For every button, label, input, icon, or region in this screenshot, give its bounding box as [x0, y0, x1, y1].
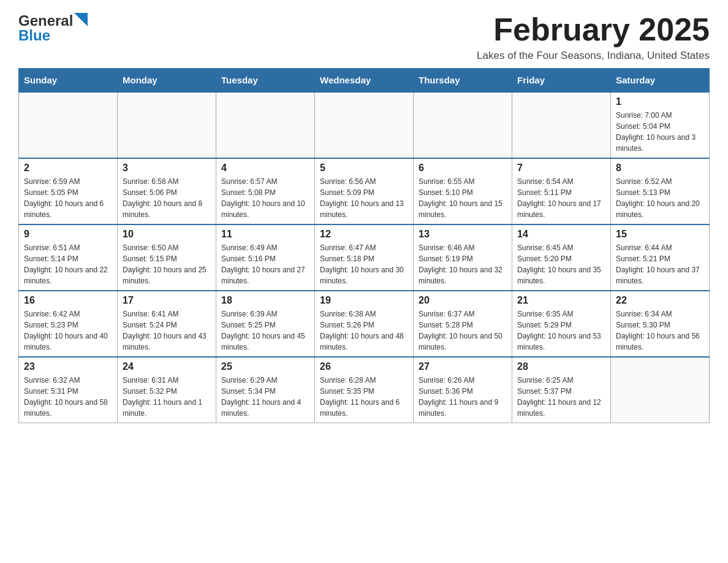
day-info: Sunrise: 6:56 AM Sunset: 5:09 PM Dayligh… [320, 176, 408, 220]
calendar-cell: 13Sunrise: 6:46 AM Sunset: 5:19 PM Dayli… [414, 224, 512, 291]
day-of-week-wednesday: Wednesday [315, 69, 414, 93]
day-info: Sunrise: 6:47 AM Sunset: 5:18 PM Dayligh… [320, 242, 408, 286]
day-info: Sunrise: 6:35 AM Sunset: 5:29 PM Dayligh… [517, 308, 605, 353]
calendar-cell: 11Sunrise: 6:49 AM Sunset: 5:16 PM Dayli… [216, 224, 315, 291]
calendar-cell: 14Sunrise: 6:45 AM Sunset: 5:20 PM Dayli… [512, 224, 611, 291]
day-info: Sunrise: 7:00 AM Sunset: 5:04 PM Dayligh… [616, 110, 704, 154]
day-number: 9 [24, 229, 112, 240]
day-number: 10 [123, 229, 211, 240]
calendar-cell: 24Sunrise: 6:31 AM Sunset: 5:32 PM Dayli… [118, 357, 216, 423]
day-info: Sunrise: 6:26 AM Sunset: 5:36 PM Dayligh… [419, 375, 507, 419]
day-number: 12 [320, 229, 408, 240]
calendar-cell: 21Sunrise: 6:35 AM Sunset: 5:29 PM Dayli… [512, 291, 611, 357]
day-info: Sunrise: 6:29 AM Sunset: 5:34 PM Dayligh… [221, 375, 309, 419]
calendar-cell: 26Sunrise: 6:28 AM Sunset: 5:35 PM Dayli… [315, 357, 414, 423]
calendar-cell: 9Sunrise: 6:51 AM Sunset: 5:14 PM Daylig… [19, 224, 118, 291]
calendar-cell [414, 92, 512, 158]
week-row-1: 1Sunrise: 7:00 AM Sunset: 5:04 PM Daylig… [19, 92, 710, 158]
calendar-cell: 28Sunrise: 6:25 AM Sunset: 5:37 PM Dayli… [512, 357, 611, 423]
day-info: Sunrise: 6:32 AM Sunset: 5:31 PM Dayligh… [24, 375, 112, 419]
day-number: 8 [616, 163, 704, 174]
calendar-table: SundayMondayTuesdayWednesdayThursdayFrid… [18, 68, 710, 423]
week-row-5: 23Sunrise: 6:32 AM Sunset: 5:31 PM Dayli… [19, 357, 710, 423]
day-info: Sunrise: 6:55 AM Sunset: 5:10 PM Dayligh… [419, 176, 507, 220]
location-subtitle: Lakes of the Four Seasons, Indiana, Unit… [477, 50, 710, 62]
day-number: 7 [517, 163, 605, 174]
calendar-cell: 6Sunrise: 6:55 AM Sunset: 5:10 PM Daylig… [414, 158, 512, 224]
day-number: 17 [123, 295, 211, 306]
day-info: Sunrise: 6:38 AM Sunset: 5:26 PM Dayligh… [320, 308, 408, 353]
logo-blue: Blue [18, 27, 50, 44]
day-number: 23 [24, 361, 112, 372]
calendar-cell: 22Sunrise: 6:34 AM Sunset: 5:30 PM Dayli… [611, 291, 710, 357]
calendar-cell [611, 357, 710, 423]
day-info: Sunrise: 6:49 AM Sunset: 5:16 PM Dayligh… [221, 242, 309, 286]
calendar-cell [216, 92, 315, 158]
day-info: Sunrise: 6:59 AM Sunset: 5:05 PM Dayligh… [24, 176, 112, 220]
day-number: 3 [123, 163, 211, 174]
logo: General Blue [18, 12, 88, 44]
day-info: Sunrise: 6:41 AM Sunset: 5:24 PM Dayligh… [123, 308, 211, 353]
calendar-cell: 17Sunrise: 6:41 AM Sunset: 5:24 PM Dayli… [118, 291, 216, 357]
day-number: 19 [320, 295, 408, 306]
day-info: Sunrise: 6:54 AM Sunset: 5:11 PM Dayligh… [517, 176, 605, 220]
day-number: 24 [123, 361, 211, 372]
calendar-cell [118, 92, 216, 158]
calendar-cell: 7Sunrise: 6:54 AM Sunset: 5:11 PM Daylig… [512, 158, 611, 224]
calendar-cell: 4Sunrise: 6:57 AM Sunset: 5:08 PM Daylig… [216, 158, 315, 224]
calendar-cell: 18Sunrise: 6:39 AM Sunset: 5:25 PM Dayli… [216, 291, 315, 357]
day-number: 13 [419, 229, 507, 240]
day-info: Sunrise: 6:25 AM Sunset: 5:37 PM Dayligh… [517, 375, 605, 419]
svg-marker-0 [74, 13, 88, 26]
day-number: 14 [517, 229, 605, 240]
day-number: 6 [419, 163, 507, 174]
day-info: Sunrise: 6:50 AM Sunset: 5:15 PM Dayligh… [123, 242, 211, 286]
day-info: Sunrise: 6:44 AM Sunset: 5:21 PM Dayligh… [616, 242, 704, 286]
day-of-week-saturday: Saturday [611, 69, 710, 93]
day-number: 20 [419, 295, 507, 306]
week-row-3: 9Sunrise: 6:51 AM Sunset: 5:14 PM Daylig… [19, 224, 710, 291]
day-info: Sunrise: 6:46 AM Sunset: 5:19 PM Dayligh… [419, 242, 507, 286]
day-number: 11 [221, 229, 309, 240]
day-number: 21 [517, 295, 605, 306]
calendar-cell: 27Sunrise: 6:26 AM Sunset: 5:36 PM Dayli… [414, 357, 512, 423]
calendar-cell: 1Sunrise: 7:00 AM Sunset: 5:04 PM Daylig… [611, 92, 710, 158]
calendar-cell [315, 92, 414, 158]
day-info: Sunrise: 6:39 AM Sunset: 5:25 PM Dayligh… [221, 308, 309, 353]
calendar-cell: 10Sunrise: 6:50 AM Sunset: 5:15 PM Dayli… [118, 224, 216, 291]
day-info: Sunrise: 6:31 AM Sunset: 5:32 PM Dayligh… [123, 375, 211, 419]
page-header: General Blue February 2025 Lakes of the … [18, 12, 710, 62]
calendar-cell: 20Sunrise: 6:37 AM Sunset: 5:28 PM Dayli… [414, 291, 512, 357]
day-info: Sunrise: 6:58 AM Sunset: 5:06 PM Dayligh… [123, 176, 211, 220]
day-info: Sunrise: 6:57 AM Sunset: 5:08 PM Dayligh… [221, 176, 309, 220]
day-number: 28 [517, 361, 605, 372]
day-number: 4 [221, 163, 309, 174]
day-number: 1 [616, 96, 704, 107]
day-of-week-monday: Monday [118, 69, 216, 93]
title-section: February 2025 Lakes of the Four Seasons,… [477, 12, 710, 62]
day-number: 5 [320, 163, 408, 174]
month-title: February 2025 [477, 12, 710, 47]
day-of-week-tuesday: Tuesday [216, 69, 315, 93]
day-number: 25 [221, 361, 309, 372]
week-row-2: 2Sunrise: 6:59 AM Sunset: 5:05 PM Daylig… [19, 158, 710, 224]
calendar-cell: 19Sunrise: 6:38 AM Sunset: 5:26 PM Dayli… [315, 291, 414, 357]
day-number: 26 [320, 361, 408, 372]
day-info: Sunrise: 6:42 AM Sunset: 5:23 PM Dayligh… [24, 308, 112, 353]
day-of-week-sunday: Sunday [19, 69, 118, 93]
day-number: 2 [24, 163, 112, 174]
day-info: Sunrise: 6:37 AM Sunset: 5:28 PM Dayligh… [419, 308, 507, 353]
days-of-week-row: SundayMondayTuesdayWednesdayThursdayFrid… [19, 69, 710, 93]
day-of-week-thursday: Thursday [414, 69, 512, 93]
calendar-body: 1Sunrise: 7:00 AM Sunset: 5:04 PM Daylig… [19, 92, 710, 423]
day-number: 27 [419, 361, 507, 372]
calendar-cell: 2Sunrise: 6:59 AM Sunset: 5:05 PM Daylig… [19, 158, 118, 224]
logo-arrow-icon [74, 13, 88, 26]
day-info: Sunrise: 6:34 AM Sunset: 5:30 PM Dayligh… [616, 308, 704, 353]
calendar-cell: 25Sunrise: 6:29 AM Sunset: 5:34 PM Dayli… [216, 357, 315, 423]
calendar-cell: 8Sunrise: 6:52 AM Sunset: 5:13 PM Daylig… [611, 158, 710, 224]
calendar-cell: 3Sunrise: 6:58 AM Sunset: 5:06 PM Daylig… [118, 158, 216, 224]
day-info: Sunrise: 6:52 AM Sunset: 5:13 PM Dayligh… [616, 176, 704, 220]
day-number: 15 [616, 229, 704, 240]
calendar-cell: 15Sunrise: 6:44 AM Sunset: 5:21 PM Dayli… [611, 224, 710, 291]
